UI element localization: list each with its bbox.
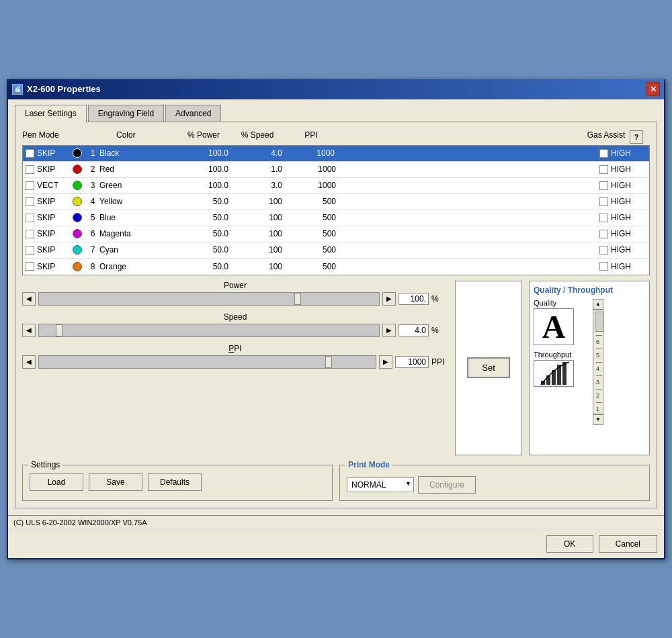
ppi-unit: PPI — [431, 357, 448, 367]
power-left-arrow[interactable]: ◀ — [22, 292, 36, 306]
gas-checkbox-1[interactable] — [599, 149, 608, 158]
row-checkbox-6: SKIP — [26, 229, 73, 238]
header-empty1 — [69, 130, 83, 144]
gas-checkbox-8[interactable] — [599, 262, 608, 271]
speed-left-arrow[interactable]: ◀ — [22, 324, 36, 337]
row-name-2: Red — [99, 165, 180, 174]
color-dot-8 — [73, 262, 82, 271]
row-id-7: 7 — [86, 245, 99, 255]
row-ppi-1: 1000 — [288, 146, 341, 160]
checkbox-8[interactable] — [26, 262, 34, 271]
power-slider-row: Power ◀ ▶ % — [22, 281, 448, 306]
quality-area: Quality / Throughput Quality A Throughpu… — [529, 281, 650, 455]
row-id-8: 8 — [86, 262, 99, 271]
row-id-5: 5 — [86, 213, 99, 222]
save-button[interactable]: Save — [89, 473, 142, 491]
statusbar: (C) ULS 6-20-2002 WIN2000/XP V0.75A — [8, 515, 664, 529]
gas-checkbox-6[interactable] — [599, 230, 608, 238]
row-gas-3: HIGH — [599, 181, 646, 190]
speed-track[interactable] — [38, 324, 380, 337]
row-gas-7: HIGH — [599, 245, 646, 255]
power-control: ◀ ▶ % — [22, 292, 448, 306]
checkbox-2[interactable] — [26, 165, 34, 174]
table-row[interactable]: SKIP 6 Magenta 50.0 100 500 HIGH — [23, 226, 649, 242]
quality-scroll-up[interactable]: ▲ — [593, 299, 603, 310]
load-button[interactable]: Load — [30, 473, 83, 491]
checkbox-3[interactable] — [26, 181, 34, 190]
table-row[interactable]: SKIP 8 Orange 50.0 100 500 HIGH — [23, 259, 649, 275]
table-row[interactable]: VECT 3 Green 100.0 3.0 1000 HIGH — [23, 178, 649, 194]
gas-checkbox-4[interactable] — [599, 197, 608, 206]
gas-checkbox-7[interactable] — [599, 246, 608, 255]
row-ppi-6: 500 — [288, 229, 341, 238]
color-dot-2 — [73, 165, 82, 174]
print-mode-select-wrapper: NORMAL COMBINED STAMP — [347, 477, 414, 492]
quality-scroll-down[interactable]: ▼ — [593, 414, 603, 425]
row-checkbox-2: SKIP — [26, 165, 73, 174]
bottom-section: Settings Load Save Defaults Print Mode N… — [22, 465, 650, 501]
ppi-input[interactable] — [395, 356, 429, 368]
header-empty2 — [83, 130, 96, 144]
table-row[interactable]: SKIP 2 Red 100.0 1.0 1000 HIGH — [23, 162, 649, 178]
tab-advanced[interactable]: Advanced — [165, 105, 221, 122]
configure-button[interactable]: Configure — [418, 476, 476, 494]
power-label: Power — [22, 281, 448, 290]
settings-buttons: Load Save Defaults — [30, 473, 325, 491]
ppi-right-arrow[interactable]: ▶ — [379, 355, 392, 369]
table-row[interactable]: SKIP 5 Blue 50.0 100 500 HIGH — [23, 210, 649, 226]
ok-button[interactable]: OK — [546, 535, 593, 553]
gas-label-7: HIGH — [611, 245, 631, 255]
checkbox-7[interactable] — [26, 246, 34, 255]
table-row[interactable]: SKIP 7 Cyan 50.0 100 500 HIGH — [23, 242, 649, 259]
gas-label-1: HIGH — [611, 148, 631, 158]
set-button[interactable]: Set — [467, 357, 510, 378]
close-button[interactable]: ✕ — [646, 82, 660, 96]
color-dot-1 — [73, 148, 82, 158]
gas-help-button[interactable]: ? — [630, 130, 643, 144]
speed-right-arrow[interactable]: ▶ — [382, 324, 396, 337]
settings-box: Settings Load Save Defaults — [22, 465, 333, 501]
row-speed-8: 100 — [234, 262, 288, 271]
table-row[interactable]: SKIP 4 Yellow 50.0 100 500 HIGH — [23, 194, 649, 210]
power-input[interactable] — [398, 293, 429, 305]
row-mode-8: SKIP — [37, 262, 55, 271]
tab-laser-settings[interactable]: Laser Settings — [15, 105, 87, 122]
checkbox-1[interactable] — [26, 149, 34, 158]
row-checkbox-8: SKIP — [26, 262, 73, 271]
row-power-4: 50.0 — [180, 197, 234, 206]
ppi-thumb[interactable] — [325, 356, 332, 368]
quality-image: A — [534, 308, 574, 345]
speed-input[interactable] — [398, 324, 429, 336]
content-area: Laser Settings Engraving Field Advanced … — [8, 99, 664, 515]
print-mode-select[interactable]: NORMAL COMBINED STAMP — [347, 477, 414, 492]
tab-engraving-field[interactable]: Engraving Field — [88, 105, 164, 122]
ppi-control: ◀ ▶ PPI — [22, 355, 448, 369]
ppi-track[interactable] — [38, 355, 376, 369]
row-power-1: 100.0 — [180, 148, 234, 158]
throughput-image — [534, 360, 574, 387]
gas-checkbox-3[interactable] — [599, 181, 608, 190]
header-speed: % Speed — [230, 130, 284, 144]
titlebar-left: 🖨 X2-600 Properties — [12, 84, 101, 95]
ppi-left-arrow[interactable]: ◀ — [22, 355, 36, 369]
checkbox-4[interactable] — [26, 197, 34, 206]
power-track[interactable] — [38, 292, 380, 306]
defaults-button[interactable]: Defaults — [148, 473, 202, 491]
power-thumb[interactable] — [294, 293, 301, 305]
gas-checkbox-2[interactable] — [599, 165, 608, 174]
power-right-arrow[interactable]: ▶ — [382, 292, 396, 306]
speed-slider-row: Speed ◀ ▶ % — [22, 312, 448, 337]
row-speed-2: 1.0 — [234, 165, 288, 174]
row-ppi-8: 500 — [288, 262, 341, 271]
table-row[interactable]: SKIP 1 Black 100.0 4.0 1000 HIGH — [23, 146, 649, 162]
gas-label-2: HIGH — [611, 165, 631, 174]
sliders-area: Power ◀ ▶ % Speed — [22, 281, 448, 455]
app-icon: 🖨 — [12, 84, 23, 95]
gas-checkbox-5[interactable] — [599, 214, 608, 222]
cancel-button[interactable]: Cancel — [599, 535, 657, 553]
row-ppi-3: 1000 — [288, 181, 341, 190]
speed-thumb[interactable] — [56, 324, 62, 336]
checkbox-5[interactable] — [26, 214, 34, 222]
checkbox-6[interactable] — [26, 230, 34, 238]
header-gas-assist: Gas Assist — [583, 130, 630, 144]
